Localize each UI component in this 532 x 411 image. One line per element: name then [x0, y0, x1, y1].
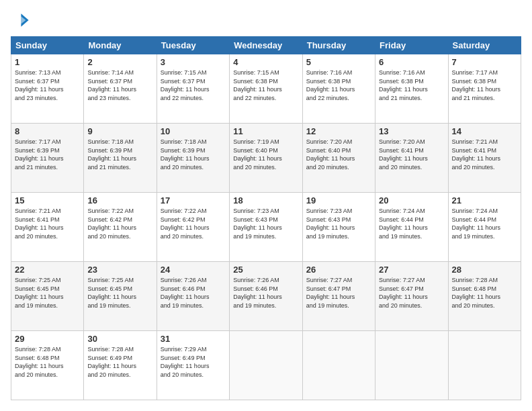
calendar-cell: 5Sunrise: 7:16 AM Sunset: 6:38 PM Daylig…	[302, 54, 375, 124]
day-number: 6	[379, 57, 444, 67]
weekday-header: Sunday	[11, 37, 84, 54]
day-info: Sunrise: 7:28 AM Sunset: 6:48 PM Dayligh…	[15, 345, 80, 379]
day-number: 23	[87, 265, 152, 275]
day-info: Sunrise: 7:16 AM Sunset: 6:38 PM Dayligh…	[306, 68, 371, 102]
calendar-week-row: 29Sunrise: 7:28 AM Sunset: 6:48 PM Dayli…	[11, 331, 521, 400]
day-info: Sunrise: 7:22 AM Sunset: 6:42 PM Dayligh…	[87, 207, 152, 240]
calendar-cell: 28Sunrise: 7:28 AM Sunset: 6:48 PM Dayli…	[448, 262, 521, 331]
day-number: 10	[161, 126, 226, 136]
day-info: Sunrise: 7:19 AM Sunset: 6:40 PM Dayligh…	[233, 138, 298, 171]
day-number: 20	[379, 195, 444, 205]
day-info: Sunrise: 7:26 AM Sunset: 6:46 PM Dayligh…	[233, 276, 298, 310]
day-info: Sunrise: 7:23 AM Sunset: 6:43 PM Dayligh…	[233, 207, 298, 240]
day-number: 3	[161, 57, 226, 67]
calendar-cell: 18Sunrise: 7:23 AM Sunset: 6:43 PM Dayli…	[230, 193, 302, 262]
day-info: Sunrise: 7:25 AM Sunset: 6:45 PM Dayligh…	[15, 276, 80, 310]
calendar-cell: 23Sunrise: 7:25 AM Sunset: 6:45 PM Dayli…	[84, 262, 157, 331]
day-number: 19	[306, 195, 371, 205]
day-number: 14	[452, 126, 517, 136]
weekday-header: Tuesday	[157, 37, 229, 54]
day-number: 29	[15, 334, 80, 344]
calendar-cell: 1Sunrise: 7:13 AM Sunset: 6:37 PM Daylig…	[11, 54, 84, 124]
calendar-cell: 20Sunrise: 7:24 AM Sunset: 6:44 PM Dayli…	[375, 193, 448, 262]
day-info: Sunrise: 7:15 AM Sunset: 6:38 PM Dayligh…	[233, 68, 298, 102]
day-number: 15	[15, 195, 80, 205]
day-info: Sunrise: 7:27 AM Sunset: 6:47 PM Dayligh…	[306, 276, 371, 310]
calendar-cell: 19Sunrise: 7:23 AM Sunset: 6:43 PM Dayli…	[302, 193, 375, 262]
day-info: Sunrise: 7:20 AM Sunset: 6:41 PM Dayligh…	[379, 138, 444, 171]
day-info: Sunrise: 7:18 AM Sunset: 6:39 PM Dayligh…	[161, 138, 226, 171]
calendar-cell: 7Sunrise: 7:17 AM Sunset: 6:38 PM Daylig…	[448, 54, 521, 124]
calendar-cell: 17Sunrise: 7:22 AM Sunset: 6:42 PM Dayli…	[157, 193, 229, 262]
day-number: 21	[452, 195, 517, 205]
day-number: 17	[161, 195, 226, 205]
calendar-week-row: 22Sunrise: 7:25 AM Sunset: 6:45 PM Dayli…	[11, 262, 521, 331]
calendar-cell: 31Sunrise: 7:29 AM Sunset: 6:49 PM Dayli…	[157, 331, 229, 400]
calendar-cell: 9Sunrise: 7:18 AM Sunset: 6:39 PM Daylig…	[84, 124, 157, 193]
day-info: Sunrise: 7:29 AM Sunset: 6:49 PM Dayligh…	[161, 345, 226, 379]
calendar-cell: 12Sunrise: 7:20 AM Sunset: 6:40 PM Dayli…	[302, 124, 375, 193]
calendar-cell: 22Sunrise: 7:25 AM Sunset: 6:45 PM Dayli…	[11, 262, 84, 331]
calendar-cell: 27Sunrise: 7:27 AM Sunset: 6:47 PM Dayli…	[375, 262, 448, 331]
calendar-cell	[375, 331, 448, 400]
calendar-cell: 11Sunrise: 7:19 AM Sunset: 6:40 PM Dayli…	[230, 124, 302, 193]
calendar-body: 1Sunrise: 7:13 AM Sunset: 6:37 PM Daylig…	[11, 54, 521, 400]
day-info: Sunrise: 7:21 AM Sunset: 6:41 PM Dayligh…	[452, 138, 517, 171]
calendar-cell	[302, 331, 375, 400]
calendar-cell: 26Sunrise: 7:27 AM Sunset: 6:47 PM Dayli…	[302, 262, 375, 331]
calendar-cell: 21Sunrise: 7:24 AM Sunset: 6:44 PM Dayli…	[448, 193, 521, 262]
calendar-week-row: 15Sunrise: 7:21 AM Sunset: 6:41 PM Dayli…	[11, 193, 521, 262]
day-number: 28	[452, 265, 517, 275]
day-info: Sunrise: 7:26 AM Sunset: 6:46 PM Dayligh…	[161, 276, 226, 310]
day-info: Sunrise: 7:22 AM Sunset: 6:42 PM Dayligh…	[161, 207, 226, 240]
calendar-cell: 24Sunrise: 7:26 AM Sunset: 6:46 PM Dayli…	[157, 262, 229, 331]
weekday-header: Wednesday	[230, 37, 302, 54]
weekday-header: Thursday	[302, 37, 375, 54]
day-info: Sunrise: 7:23 AM Sunset: 6:43 PM Dayligh…	[306, 207, 371, 240]
calendar-cell: 2Sunrise: 7:14 AM Sunset: 6:37 PM Daylig…	[84, 54, 157, 124]
page: SundayMondayTuesdayWednesdayThursdayFrid…	[0, 0, 532, 411]
day-number: 8	[15, 126, 80, 136]
day-number: 16	[87, 195, 152, 205]
day-number: 1	[15, 57, 80, 67]
day-number: 24	[161, 265, 226, 275]
day-info: Sunrise: 7:13 AM Sunset: 6:37 PM Dayligh…	[15, 68, 80, 102]
day-info: Sunrise: 7:20 AM Sunset: 6:40 PM Dayligh…	[306, 138, 371, 171]
calendar-week-row: 1Sunrise: 7:13 AM Sunset: 6:37 PM Daylig…	[11, 54, 521, 124]
day-info: Sunrise: 7:15 AM Sunset: 6:37 PM Dayligh…	[161, 68, 226, 102]
calendar-cell	[230, 331, 302, 400]
calendar-cell: 6Sunrise: 7:16 AM Sunset: 6:38 PM Daylig…	[375, 54, 448, 124]
day-number: 31	[161, 334, 226, 344]
header	[11, 11, 521, 30]
day-number: 2	[87, 57, 152, 67]
day-info: Sunrise: 7:27 AM Sunset: 6:47 PM Dayligh…	[379, 276, 444, 310]
day-info: Sunrise: 7:17 AM Sunset: 6:39 PM Dayligh…	[15, 138, 80, 171]
day-number: 4	[233, 57, 298, 67]
day-number: 25	[233, 265, 298, 275]
day-info: Sunrise: 7:25 AM Sunset: 6:45 PM Dayligh…	[87, 276, 152, 310]
day-number: 9	[87, 126, 152, 136]
calendar-cell: 29Sunrise: 7:28 AM Sunset: 6:48 PM Dayli…	[11, 331, 84, 400]
calendar-cell: 3Sunrise: 7:15 AM Sunset: 6:37 PM Daylig…	[157, 54, 229, 124]
day-number: 11	[233, 126, 298, 136]
weekday-header: Friday	[375, 37, 448, 54]
calendar-cell: 25Sunrise: 7:26 AM Sunset: 6:46 PM Dayli…	[230, 262, 302, 331]
day-info: Sunrise: 7:28 AM Sunset: 6:49 PM Dayligh…	[87, 345, 152, 379]
calendar-cell: 16Sunrise: 7:22 AM Sunset: 6:42 PM Dayli…	[84, 193, 157, 262]
logo-icon	[11, 11, 30, 30]
day-info: Sunrise: 7:24 AM Sunset: 6:44 PM Dayligh…	[452, 207, 517, 240]
calendar-cell: 13Sunrise: 7:20 AM Sunset: 6:41 PM Dayli…	[375, 124, 448, 193]
calendar-cell: 14Sunrise: 7:21 AM Sunset: 6:41 PM Dayli…	[448, 124, 521, 193]
day-info: Sunrise: 7:21 AM Sunset: 6:41 PM Dayligh…	[15, 207, 80, 240]
calendar-cell: 10Sunrise: 7:18 AM Sunset: 6:39 PM Dayli…	[157, 124, 229, 193]
calendar-week-row: 8Sunrise: 7:17 AM Sunset: 6:39 PM Daylig…	[11, 124, 521, 193]
day-number: 22	[15, 265, 80, 275]
day-number: 30	[87, 334, 152, 344]
day-number: 5	[306, 57, 371, 67]
calendar-cell: 15Sunrise: 7:21 AM Sunset: 6:41 PM Dayli…	[11, 193, 84, 262]
calendar-cell: 4Sunrise: 7:15 AM Sunset: 6:38 PM Daylig…	[230, 54, 302, 124]
logo	[11, 11, 32, 30]
day-number: 7	[452, 57, 517, 67]
day-info: Sunrise: 7:18 AM Sunset: 6:39 PM Dayligh…	[87, 138, 152, 171]
calendar-cell	[448, 331, 521, 400]
